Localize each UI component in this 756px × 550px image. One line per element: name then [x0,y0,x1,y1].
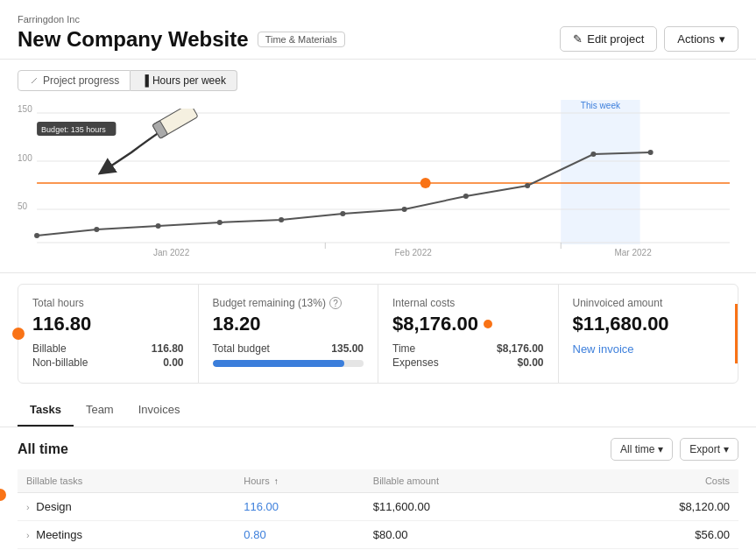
edit-project-button[interactable]: ✎ Edit project [560,26,657,52]
metric-value-total-hours: 116.80 [32,313,184,335]
chart-area: 150 100 50 Budget: 135 hours [18,100,738,262]
svg-point-11 [34,233,39,238]
project-title-row: New Company Website Time & Materials ✎ E… [18,26,738,52]
line-chart-icon: ⟋ [29,74,39,87]
company-name: Farringdon Inc [18,14,738,25]
svg-rect-0 [561,100,639,244]
col-costs: Costs [570,469,738,493]
orange-dot-left [12,328,25,340]
page-header: Farringdon Inc New Company Website Time … [0,0,756,60]
metric-expenses-row: Expenses $0.00 [392,356,544,369]
metrics-row: Total hours 116.80 Billable 116.80 Non-b… [18,284,738,384]
header-actions: ✎ Edit project Actions ▾ [560,26,738,52]
svg-text:50: 50 [18,201,28,211]
svg-point-18 [463,194,469,199]
svg-point-20 [420,178,431,188]
svg-point-16 [340,211,345,216]
task-name: Meetings [36,528,82,541]
chevron-down-icon-export: ▾ [724,443,729,455]
hours-link[interactable]: 0.80 [244,528,265,541]
bar-chart-icon: ▐ [141,74,149,87]
tab-project-progress[interactable]: ⟋ Project progress [18,70,131,91]
project-type-badge: Time & Materials [258,32,345,47]
table-controls: All time ▾ Export ▾ [611,438,738,461]
chart-svg: 150 100 50 Budget: 135 hours [18,100,738,262]
expand-icon[interactable]: › [26,530,30,540]
metric-value-internal: $8,176.00 [392,313,544,335]
tab-invoices[interactable]: Invoices [126,394,193,427]
metric-label-uninvoiced: Uninvoiced amount [573,297,724,309]
metric-label-total-hours: Total hours [32,297,184,309]
task-hours-cell: 0.80 [235,521,364,549]
chart-tabs: ⟋ Project progress ▐ Hours per week [18,70,738,91]
metric-label-internal: Internal costs [392,297,544,309]
task-billable-cell: $80.00 [364,521,570,549]
metric-budget-remaining: Budget remaining (13%) ? 18.20 Total bud… [199,285,379,383]
sort-icon-hours: ↑ [274,476,279,486]
orange-dot-internal [484,320,492,328]
table-title: All time [18,441,68,457]
metric-internal-costs: Internal costs $8,176.00 Time $8,176.00 … [378,285,559,383]
svg-point-19 [525,183,530,188]
metric-time-row: Time $8,176.00 [392,342,544,355]
task-name-cell: › Design [18,493,235,521]
svg-text:Feb 2022: Feb 2022 [394,248,432,257]
chart-section: ⟋ Project progress ▐ Hours per week 150 … [0,60,756,273]
table-section: All time All time ▾ Export ▾ Billable ta… [0,427,756,550]
chevron-down-icon-filter: ▾ [658,443,663,455]
tabs-row: Tasks Team Invoices [0,394,756,427]
svg-point-14 [217,220,223,225]
orange-dot-table-left [0,489,6,501]
tab-tasks[interactable]: Tasks [18,394,74,427]
task-costs-cell: $56.00 [570,521,738,549]
metric-value-budget: 18.20 [213,313,364,335]
actions-button[interactable]: Actions ▾ [664,26,738,52]
all-time-filter[interactable]: All time ▾ [611,438,673,461]
chevron-down-icon: ▾ [719,32,725,46]
task-billable-cell: $11,600.00 [364,493,570,521]
col-hours[interactable]: Hours ↑ [235,469,364,493]
tasks-table: Billable tasks Hours ↑ Billable amount C… [18,469,738,550]
svg-text:150: 150 [18,104,32,114]
col-billable-amount: Billable amount [364,469,570,493]
col-billable-tasks: Billable tasks [18,469,235,493]
project-title: New Company Website [18,27,249,52]
budget-progress-bar [213,360,364,367]
table-row: › Meetings 0.80 $80.00 $56.00 [18,521,738,549]
svg-text:Jan 2022: Jan 2022 [153,248,190,257]
task-name: Design [36,500,71,513]
svg-text:Mar 2022: Mar 2022 [614,248,652,257]
export-button[interactable]: Export ▾ [680,438,738,461]
metric-uninvoiced: Uninvoiced amount $11,680.00 New invoice [559,285,738,383]
table-header-row: All time All time ▾ Export ▾ [18,438,738,461]
metric-total-budget-row: Total budget 135.00 [213,342,364,355]
svg-text:Budget: 135 hours: Budget: 135 hours [41,125,106,134]
task-hours-cell: 116.00 [235,493,364,521]
svg-point-13 [156,223,161,229]
task-name-cell: › Meetings [18,521,235,549]
task-costs-cell: $8,120.00 [570,493,738,521]
tab-team[interactable]: Team [74,394,126,427]
svg-point-17 [402,207,407,212]
project-title-left: New Company Website Time & Materials [18,27,345,52]
table-header: Billable tasks Hours ↑ Billable amount C… [18,469,738,493]
hours-link[interactable]: 116.00 [244,500,279,513]
metric-value-uninvoiced: $11,680.00 [573,313,724,335]
metric-billable-row: Billable 116.80 [32,342,184,355]
table-row: › Design 116.00 $11,600.00 $8,120.00 [18,493,738,521]
orange-indicator-right [735,304,738,363]
new-invoice-link[interactable]: New invoice [573,342,634,356]
svg-text:This week: This week [581,101,621,110]
metric-label-budget: Budget remaining (13%) ? [213,297,364,309]
expand-icon[interactable]: › [26,502,30,512]
pencil-icon: ✎ [573,32,583,46]
question-icon[interactable]: ? [329,297,342,309]
svg-point-12 [94,227,99,232]
metric-total-hours: Total hours 116.80 Billable 116.80 Non-b… [18,285,199,383]
budget-progress-fill [213,360,344,367]
svg-point-22 [648,150,654,155]
metric-nonbillable-row: Non-billable 0.00 [32,356,184,369]
tab-hours-per-week[interactable]: ▐ Hours per week [131,70,237,91]
svg-text:100: 100 [18,153,32,163]
svg-point-15 [279,217,284,222]
